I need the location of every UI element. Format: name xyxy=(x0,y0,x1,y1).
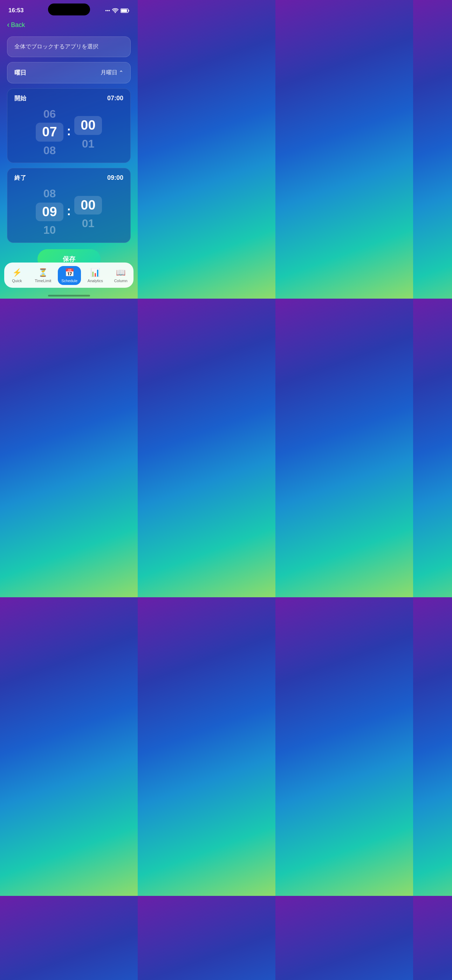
wifi-icon xyxy=(112,8,118,13)
start-hour-selected: 07 xyxy=(36,123,63,142)
schedule-label: Schedule xyxy=(61,278,78,283)
nav-bar: ‹ Back xyxy=(0,18,138,31)
selected-day: 月曜日 xyxy=(100,69,118,76)
tab-column[interactable]: 📖 Column xyxy=(110,266,132,285)
tab-bar: ⚡ Quick ⏳ TimeLimit 📅 Schedule 📊 Analyti… xyxy=(4,262,134,288)
tab-analytics[interactable]: 📊 Analytics xyxy=(84,266,107,285)
timelimit-label: TimeLimit xyxy=(35,278,51,283)
dynamic-island xyxy=(48,3,90,16)
analytics-icon: 📊 xyxy=(91,268,100,277)
end-minute-below: 01 xyxy=(82,216,95,230)
start-time-picker[interactable]: 06 07 08 : 00 01 xyxy=(14,107,123,157)
start-separator: : xyxy=(65,124,73,138)
start-time-card: 開始 07:00 06 07 08 : 00 01 xyxy=(7,88,131,163)
status-bar: 16:53 ••• xyxy=(0,0,138,18)
end-hour-selected: 09 xyxy=(36,203,63,221)
end-hour-column[interactable]: 08 09 10 xyxy=(34,187,65,237)
end-time-card: 終了 09:00 08 09 10 : 00 01 xyxy=(7,168,131,243)
start-hour-below: 08 xyxy=(43,144,56,157)
svg-rect-1 xyxy=(121,9,127,12)
start-label: 開始 xyxy=(14,94,26,102)
home-indicator xyxy=(48,295,90,296)
end-minute-selected: 00 xyxy=(74,196,102,215)
day-selector-card[interactable]: 曜日 月曜日 ⌃ xyxy=(7,62,131,83)
end-hour-below: 10 xyxy=(43,223,56,237)
svg-rect-2 xyxy=(129,10,129,11)
quick-label: Quick xyxy=(12,278,22,283)
back-button[interactable]: ‹ Back xyxy=(7,20,25,29)
end-time-header: 終了 09:00 xyxy=(14,174,123,182)
tab-schedule[interactable]: 📅 Schedule xyxy=(58,266,81,285)
back-chevron-icon: ‹ xyxy=(7,20,10,29)
analytics-label: Analytics xyxy=(88,278,103,283)
timelimit-icon: ⏳ xyxy=(38,268,48,277)
main-content: 全体でブロックするアプリを選択 曜日 月曜日 ⌃ 開始 07:00 06 07 … xyxy=(0,31,138,262)
quick-icon: ⚡ xyxy=(12,268,22,277)
tab-timelimit[interactable]: ⏳ TimeLimit xyxy=(31,266,55,285)
end-hour-above: 08 xyxy=(43,187,56,200)
column-icon: 📖 xyxy=(116,268,126,277)
start-minute-below: 01 xyxy=(82,137,95,150)
status-icons: ••• xyxy=(105,8,129,13)
tab-quick[interactable]: ⚡ Quick xyxy=(6,266,28,285)
day-chevron-icon: ⌃ xyxy=(119,69,123,76)
end-minute-column[interactable]: 00 01 xyxy=(73,194,104,230)
status-time: 16:53 xyxy=(8,7,24,14)
start-time-header: 開始 07:00 xyxy=(14,94,123,102)
app-select-placeholder: 全体でブロックするアプリを選択 xyxy=(14,43,99,49)
schedule-icon: 📅 xyxy=(65,268,74,277)
signal-dots-icon: ••• xyxy=(105,8,110,13)
start-hour-column[interactable]: 06 07 08 xyxy=(34,107,65,157)
end-label: 終了 xyxy=(14,174,26,182)
battery-icon xyxy=(121,8,129,13)
column-label: Column xyxy=(114,278,127,283)
start-hour-above: 06 xyxy=(43,107,56,121)
start-minute-column[interactable]: 00 01 xyxy=(73,114,104,150)
save-button[interactable]: 保存 xyxy=(38,249,100,262)
back-label: Back xyxy=(11,21,25,29)
end-value: 09:00 xyxy=(107,174,123,181)
start-value: 07:00 xyxy=(107,95,123,102)
app-select-card[interactable]: 全体でブロックするアプリを選択 xyxy=(7,37,131,57)
day-value-container[interactable]: 月曜日 ⌃ xyxy=(100,69,123,76)
start-minute-selected: 00 xyxy=(74,116,102,135)
end-time-picker[interactable]: 08 09 10 : 00 01 xyxy=(14,187,123,237)
day-of-week-label: 曜日 xyxy=(14,69,26,77)
end-separator: : xyxy=(65,204,73,218)
